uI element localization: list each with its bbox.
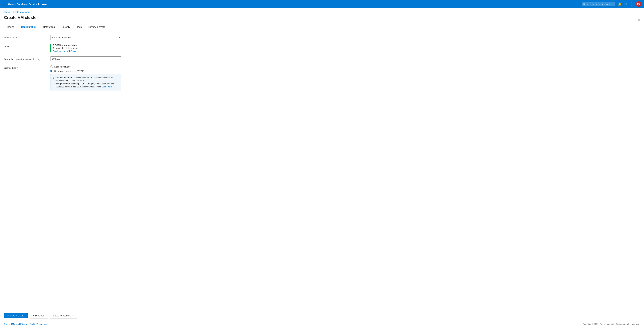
form-area: Infrastructure * App42-exadataInfra ▾ OC…	[4, 35, 122, 94]
info-box-icon: ℹ	[53, 76, 54, 80]
required-star-grid: *	[37, 58, 38, 60]
configure-vm-cluster-link[interactable]: Configure the VM Cluster	[53, 50, 77, 52]
form-row-license: License type * License included Bring yo…	[4, 65, 122, 90]
ocpu-control: 2 OCPU count per node 4 Requested OCPU c…	[50, 44, 122, 52]
required-star-license: *	[17, 67, 18, 69]
help-icon[interactable]: ❓	[630, 2, 633, 6]
breadcrumb-home[interactable]: Home	[4, 11, 10, 13]
notification-icon[interactable]: 🔔	[618, 2, 622, 6]
review-create-button[interactable]: Review + create	[4, 313, 28, 318]
license-type-control: License included Bring your own license …	[50, 65, 122, 90]
footer-bar: Review + create < Previous Next: Network…	[0, 310, 644, 321]
license-type-label: License type *	[4, 65, 48, 69]
form-row-grid-version: Oracle Grid Infrastructure version * i 1…	[4, 56, 122, 61]
tab-review-create[interactable]: Review + create	[85, 24, 109, 30]
next-networking-button[interactable]: Next: Networking >	[50, 313, 77, 319]
ocpu-block: 2 OCPU count per node 4 Requested OCPU c…	[50, 44, 122, 52]
license-included-bold: License included	[56, 76, 72, 79]
topbar-icons: 🔔 ⚙ ❓ DS	[582, 1, 641, 7]
breadcrumb-sep-1: ›	[11, 11, 12, 13]
grid-version-select[interactable]: 19.0.0.0	[50, 56, 122, 61]
ocpu-main-text: 2 OCPU count per node	[53, 44, 122, 46]
license-byol-radio[interactable]	[50, 70, 53, 72]
license-included-radio[interactable]	[50, 65, 53, 68]
breadcrumb: Home › Create a resource ›	[4, 11, 640, 13]
tab-bar: Basics Configuration Networking Security…	[4, 24, 640, 30]
main-wrapper: Home › Create a resource › Create VM clu…	[0, 8, 644, 94]
tab-basics[interactable]: Basics	[4, 24, 18, 30]
cookie-link[interactable]: Cookie Preferences	[30, 323, 47, 325]
license-included-label: License included	[54, 65, 70, 68]
previous-button[interactable]: < Previous	[30, 313, 48, 319]
topbar-search-input[interactable]	[582, 2, 615, 6]
ocpu-label: OCPU	[4, 44, 48, 48]
bottom-bar: Terms of Use and Privacy Cookie Preferen…	[0, 321, 644, 327]
page-content: Home › Create a resource › Create VM clu…	[0, 8, 644, 310]
byol-bold: Bring your own license (BYOL)	[56, 83, 85, 85]
license-included-option[interactable]: License included	[50, 65, 122, 68]
infrastructure-select-wrapper: App42-exadataInfra ▾	[50, 35, 122, 40]
infrastructure-control: App42-exadataInfra ▾	[50, 35, 122, 40]
breadcrumb-create-resource[interactable]: Create a resource	[12, 11, 30, 13]
close-button[interactable]: ×	[638, 18, 640, 21]
infrastructure-select[interactable]: App42-exadataInfra	[50, 35, 122, 40]
tab-security[interactable]: Security	[58, 24, 74, 30]
learn-more-link[interactable]: Learn more	[102, 86, 112, 88]
required-star-infrastructure: *	[18, 36, 18, 39]
settings-icon[interactable]: ⚙	[624, 2, 627, 6]
tab-tags[interactable]: Tags	[74, 24, 85, 30]
license-radio-group: License included Bring your own license …	[50, 65, 122, 72]
info-box-text: License included - Subscribe to new Orac…	[56, 76, 119, 88]
terms-link[interactable]: Terms of Use and Privacy	[4, 323, 27, 325]
form-row-infrastructure: Infrastructure * App42-exadataInfra ▾	[4, 35, 122, 40]
grid-version-info-icon[interactable]: i	[38, 58, 41, 60]
license-byol-option[interactable]: Bring your own license (BYOL)	[50, 70, 122, 72]
license-info-box: ℹ License included - Subscribe to new Or…	[50, 74, 122, 90]
grid-version-select-wrapper: 19.0.0.0 ▾	[50, 56, 122, 61]
ocpu-sub-text: 4 Requested OCPU count	[53, 47, 122, 49]
copyright-text: Copyright © 2022, Oracle and/or its affi…	[583, 323, 640, 325]
form-row-ocpu: OCPU 2 OCPU count per node 4 Requested O…	[4, 44, 122, 52]
tab-configuration[interactable]: Configuration	[18, 24, 40, 30]
avatar[interactable]: DS	[636, 1, 641, 7]
hamburger-menu[interactable]	[3, 3, 6, 5]
infrastructure-label: Infrastructure *	[4, 35, 48, 39]
breadcrumb-sep-2: ›	[31, 11, 32, 13]
app-title: Oracle Database Service for Azure	[8, 3, 580, 5]
grid-version-control: 19.0.0.0 ▾	[50, 56, 122, 61]
grid-version-label: Oracle Grid Infrastructure version * i	[4, 56, 48, 60]
license-byol-label: Bring your own license (BYOL)	[54, 70, 84, 72]
page-title: Create VM cluster	[4, 15, 640, 20]
topbar: Oracle Database Service for Azure 🔔 ⚙ ❓ …	[0, 0, 644, 8]
tab-networking[interactable]: Networking	[40, 24, 58, 30]
